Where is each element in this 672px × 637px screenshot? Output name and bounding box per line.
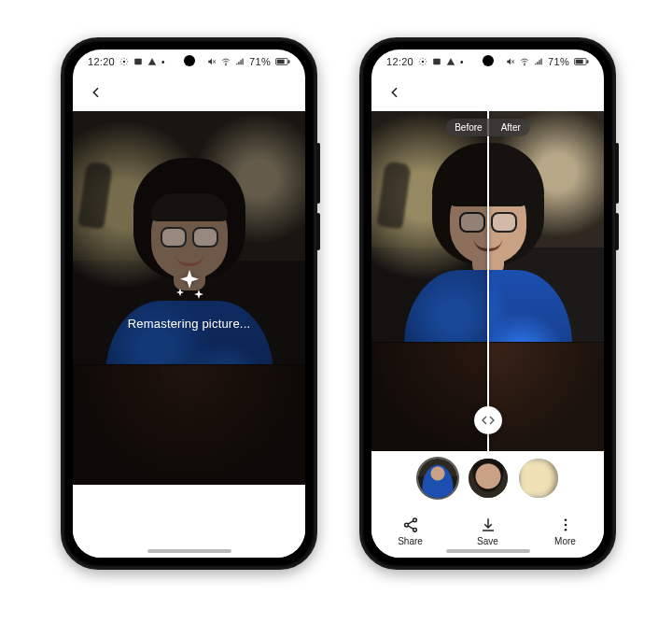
- settings-status-icon: [418, 57, 427, 66]
- svg-rect-14: [576, 60, 583, 64]
- svg-rect-1: [134, 59, 142, 65]
- phone-right: 12:20 • 71%: [359, 37, 616, 570]
- before-label: Before: [445, 119, 491, 136]
- status-time: 12:20: [88, 56, 115, 67]
- phone-left: 12:20 • 71%: [61, 37, 317, 570]
- chevron-left-icon: [89, 85, 104, 100]
- share-icon: [402, 517, 419, 533]
- after-label: After: [492, 119, 530, 136]
- wifi-status-icon: [520, 57, 529, 66]
- svg-point-24: [564, 529, 567, 531]
- volume-button: [615, 143, 619, 204]
- svg-line-19: [408, 521, 413, 524]
- image-status-icon: [133, 57, 143, 66]
- svg-point-0: [123, 61, 126, 64]
- compare-divider-line[interactable]: [487, 111, 489, 451]
- back-button[interactable]: [381, 78, 409, 106]
- processing-message: Remastering picture...: [128, 317, 251, 331]
- signal-status-icon: [235, 57, 245, 66]
- thumbnail-full-photo[interactable]: [418, 459, 457, 498]
- thumbnail-face-crop[interactable]: [469, 459, 508, 498]
- front-camera-hole: [483, 55, 494, 66]
- thumbnail-row: [371, 451, 604, 505]
- share-label: Share: [398, 536, 423, 546]
- battery-status-icon: [275, 57, 290, 66]
- svg-point-16: [413, 518, 416, 522]
- svg-rect-9: [433, 59, 441, 65]
- warning-status-icon: [147, 57, 157, 66]
- settings-status-icon: [119, 57, 129, 66]
- power-button: [316, 213, 320, 250]
- sparkles-icon: [171, 266, 208, 304]
- screen-right: 12:20 • 71%: [371, 50, 604, 558]
- status-battery-text: 71%: [249, 56, 271, 67]
- app-bar: [73, 74, 305, 111]
- more-vertical-icon: [557, 517, 574, 533]
- svg-point-23: [564, 524, 567, 527]
- save-button[interactable]: Save: [460, 517, 516, 546]
- gesture-nav-indicator: [147, 549, 231, 553]
- chevron-left-icon: [387, 85, 402, 100]
- photo-area-processing: Remastering picture...: [73, 111, 305, 485]
- battery-status-icon: [574, 57, 589, 66]
- svg-point-8: [422, 61, 425, 64]
- svg-point-12: [525, 64, 525, 65]
- bottom-blank-area: [73, 485, 305, 558]
- status-time: 12:20: [386, 56, 413, 67]
- svg-point-18: [413, 528, 416, 531]
- compare-label-pill: Before After: [445, 119, 530, 136]
- svg-line-20: [408, 526, 413, 529]
- left-right-arrows-icon: [481, 413, 496, 428]
- status-more-dot: •: [460, 57, 464, 67]
- compare-slider-handle[interactable]: [474, 406, 502, 434]
- status-right: 71%: [207, 56, 290, 67]
- svg-point-22: [564, 518, 567, 521]
- signal-status-icon: [534, 57, 543, 66]
- stage: 12:20 • 71%: [0, 0, 672, 637]
- power-button: [615, 213, 619, 250]
- svg-point-17: [404, 523, 408, 527]
- more-label: More: [554, 536, 576, 546]
- photo-area-compare[interactable]: Before After: [371, 111, 604, 451]
- svg-rect-7: [288, 60, 290, 63]
- download-icon: [480, 517, 497, 533]
- processing-overlay: Remastering picture...: [73, 111, 305, 485]
- more-button[interactable]: More: [538, 517, 594, 546]
- back-button[interactable]: [82, 78, 110, 106]
- status-right: 71%: [506, 56, 589, 67]
- app-bar: [371, 74, 604, 111]
- screen-left: 12:20 • 71%: [73, 50, 305, 558]
- save-label: Save: [477, 536, 498, 546]
- volume-button: [316, 143, 320, 204]
- thumbnail-background-blur[interactable]: [519, 459, 558, 498]
- wifi-status-icon: [221, 57, 231, 66]
- svg-point-4: [226, 64, 227, 65]
- image-status-icon: [432, 57, 441, 66]
- warning-status-icon: [446, 57, 455, 66]
- status-battery-text: 71%: [548, 56, 569, 67]
- gesture-nav-indicator: [446, 549, 530, 553]
- svg-rect-6: [277, 60, 285, 64]
- mute-status-icon: [207, 57, 217, 66]
- share-button[interactable]: Share: [383, 517, 439, 546]
- status-more-dot: •: [161, 57, 165, 67]
- svg-rect-15: [587, 60, 589, 63]
- front-camera-hole: [184, 55, 195, 66]
- mute-status-icon: [506, 57, 515, 66]
